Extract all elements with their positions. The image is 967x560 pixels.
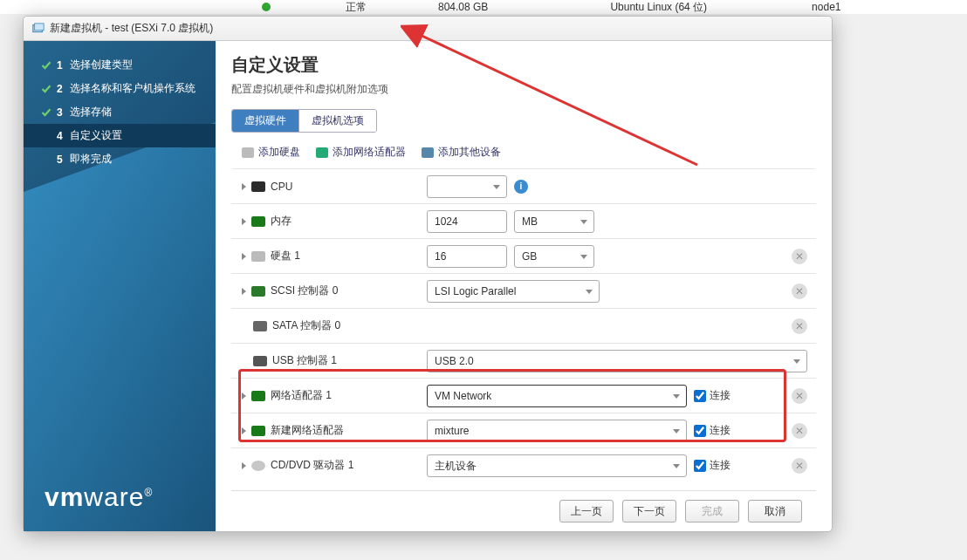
- hardware-toolbar: 添加硬盘 添加网络适配器 添加其他设备: [231, 141, 816, 168]
- add-other-device-button[interactable]: 添加其他设备: [422, 145, 501, 160]
- disk-unit-select[interactable]: GB: [514, 245, 594, 268]
- scsi-icon: [251, 286, 265, 297]
- device-icon: [422, 147, 434, 158]
- expand-icon[interactable]: [242, 218, 246, 225]
- expand-icon[interactable]: [242, 288, 246, 295]
- wizard-sidebar: 1选择创建类型 2选择名称和客户机操作系统 3选择存储 4自定义设置 5即将完成: [24, 41, 216, 531]
- dialog-titlebar: 新建虚拟机 - test (ESXi 7.0 虚拟机): [24, 17, 832, 41]
- check-icon: [41, 60, 51, 71]
- cdrom-connect-checkbox[interactable]: 连接: [694, 458, 730, 473]
- row-nic-new: 新建网络适配器 mixture 连接 ✕: [231, 413, 816, 447]
- row-label: USB 控制器 1: [272, 353, 337, 368]
- cpu-icon: [251, 181, 265, 192]
- check-icon: [41, 107, 51, 118]
- nic-icon: [251, 426, 265, 436]
- add-nic-button[interactable]: 添加网络适配器: [316, 145, 406, 160]
- os-text: Ubuntu Linux (64 位): [610, 0, 707, 15]
- nic-icon: [316, 147, 328, 158]
- status-ok-icon: [262, 3, 271, 11]
- vm-icon: [32, 23, 45, 35]
- row-label: 网络适配器 1: [271, 388, 332, 403]
- page-heading: 自定义设置: [231, 53, 816, 77]
- expand-icon[interactable]: [242, 427, 246, 434]
- expand-icon[interactable]: [242, 253, 246, 260]
- nic-new-network-select[interactable]: mixture: [427, 420, 687, 442]
- wizard-step-1[interactable]: 1选择创建类型: [24, 53, 216, 77]
- tab-bar: 虚拟硬件 虚拟机选项: [231, 109, 377, 133]
- dialog-footer: 上一页 下一页 完成 取消: [231, 490, 816, 531]
- nic-new-connect-checkbox[interactable]: 连接: [694, 423, 730, 438]
- row-disk: 硬盘 1 GB ✕: [231, 238, 816, 273]
- storage-text: 804.08 GB: [438, 1, 488, 13]
- disk-icon: [242, 147, 254, 158]
- expand-icon[interactable]: [242, 393, 246, 400]
- expand-icon[interactable]: [242, 183, 246, 190]
- row-label: SCSI 控制器 0: [271, 283, 338, 298]
- wizard-step-3[interactable]: 3选择存储: [24, 100, 216, 124]
- row-label: SATA 控制器 0: [272, 318, 340, 333]
- hardware-list: CPU i 内存 MB 硬盘 1: [231, 168, 816, 490]
- memory-input[interactable]: [427, 210, 507, 233]
- nic1-network-select[interactable]: VM Network: [427, 385, 687, 407]
- memory-icon: [251, 216, 265, 227]
- expand-icon[interactable]: [242, 462, 246, 469]
- row-nic-1: 网络适配器 1 VM Network 连接 ✕: [231, 378, 816, 413]
- remove-icon[interactable]: ✕: [792, 423, 807, 439]
- wizard-step-4[interactable]: 4自定义设置: [24, 124, 216, 147]
- step-label: 自定义设置: [70, 128, 122, 143]
- cpu-select[interactable]: [427, 175, 507, 198]
- page-subtitle: 配置虚拟机硬件和虚拟机附加选项: [231, 82, 816, 97]
- tab-virtual-hardware[interactable]: 虚拟硬件: [232, 110, 298, 132]
- row-sata: SATA 控制器 0 ✕: [231, 308, 816, 343]
- back-button[interactable]: 上一页: [559, 500, 614, 522]
- remove-icon[interactable]: ✕: [792, 283, 807, 299]
- usb-type-select[interactable]: USB 2.0: [427, 350, 807, 372]
- main-panel: 自定义设置 配置虚拟机硬件和虚拟机附加选项 虚拟硬件 虚拟机选项 添加硬盘 添加…: [216, 41, 832, 531]
- node-text: node1: [812, 1, 840, 13]
- cdrom-select[interactable]: 主机设备: [427, 454, 687, 477]
- new-vm-dialog: 新建虚拟机 - test (ESXi 7.0 虚拟机) 1选择创建类型 2选择名…: [23, 16, 833, 532]
- check-icon: [41, 84, 51, 94]
- row-label: 新建网络适配器: [271, 423, 344, 438]
- row-label: CD/DVD 驱动器 1: [271, 458, 353, 473]
- remove-icon[interactable]: ✕: [792, 249, 807, 264]
- dialog-title: 新建虚拟机 - test (ESXi 7.0 虚拟机): [50, 21, 213, 36]
- remove-icon[interactable]: ✕: [792, 318, 807, 334]
- step-label: 选择存储: [70, 105, 112, 120]
- wizard-step-2[interactable]: 2选择名称和客户机操作系统: [24, 77, 216, 100]
- remove-icon[interactable]: ✕: [792, 388, 807, 404]
- scsi-type-select[interactable]: LSI Logic Parallel: [427, 280, 600, 303]
- add-disk-button[interactable]: 添加硬盘: [242, 145, 300, 160]
- sata-icon: [253, 321, 267, 331]
- row-memory: 内存 MB: [231, 203, 816, 238]
- disk-size-input[interactable]: [427, 245, 507, 268]
- next-button[interactable]: 下一页: [622, 500, 676, 522]
- wizard-step-5: 5即将完成: [24, 147, 216, 171]
- finish-button: 完成: [685, 500, 739, 522]
- svg-rect-1: [35, 23, 45, 30]
- row-cdrom: CD/DVD 驱动器 1 主机设备 连接 ✕: [231, 447, 816, 482]
- step-label: 选择名称和客户机操作系统: [70, 81, 195, 96]
- row-usb: USB 控制器 1 USB 2.0: [231, 343, 816, 378]
- step-label: 即将完成: [70, 152, 112, 167]
- row-scsi: SCSI 控制器 0 LSI Logic Parallel ✕: [231, 273, 816, 308]
- background-row: 正常 804.08 GB Ubuntu Linux (64 位) node1: [0, 0, 967, 14]
- cd-icon: [251, 461, 265, 471]
- row-label: 内存: [271, 214, 291, 229]
- remove-icon[interactable]: ✕: [792, 458, 807, 474]
- step-label: 选择创建类型: [70, 58, 133, 72]
- disk-icon: [251, 251, 265, 262]
- vmware-logo: vmware®: [45, 482, 216, 512]
- tab-vm-options[interactable]: 虚拟机选项: [298, 110, 376, 132]
- info-icon[interactable]: i: [514, 180, 528, 194]
- nic-icon: [251, 391, 265, 401]
- row-cpu: CPU i: [231, 168, 816, 203]
- status-text: 正常: [346, 1, 367, 13]
- cancel-button[interactable]: 取消: [748, 500, 802, 522]
- row-label: CPU: [271, 181, 292, 193]
- nic1-connect-checkbox[interactable]: 连接: [694, 388, 730, 403]
- usb-icon: [253, 356, 267, 366]
- memory-unit-select[interactable]: MB: [514, 210, 594, 233]
- row-label: 硬盘 1: [271, 249, 300, 263]
